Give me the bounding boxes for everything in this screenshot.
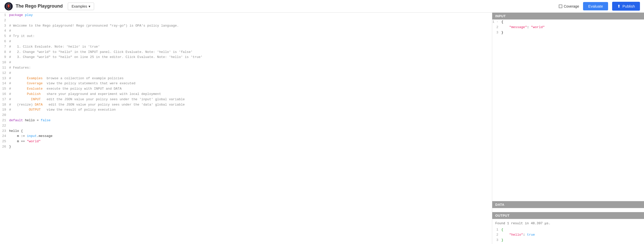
line-number: 10 [0,60,9,65]
panel-line-content: } [501,238,644,243]
data-section: DATA [492,201,644,212]
list-item: 1 { [492,227,644,233]
main-layout: 1 package play 2 3 # Welcome to the Rego… [0,13,644,244]
line-number: 24 [0,134,9,139]
line-content: # [9,39,492,44]
line-number: 23 [0,129,9,134]
input-section: INPUT 1 · { 2 "message": "world" 3 } [492,13,644,201]
line-number: 14 [0,81,9,86]
line-content [9,123,492,129]
panel-line-number: 3 [492,238,501,243]
table-row: 18 # (resize) DATA edit the JSON value y… [0,102,492,108]
table-row: 26 } [0,144,492,150]
table-row: 4 # [0,28,492,34]
list-item: 2 "hello": true [492,232,644,238]
line-number: 15 [0,86,9,92]
line-number: 9 [0,55,9,60]
table-row: 21 default hello = false [0,118,492,123]
table-row: 15 # Evaluate execute the policy with IN… [0,86,492,92]
table-row: 16 # Publish share your playground and e… [0,92,492,97]
panel-line-number: 1 [492,227,501,233]
table-row: 12 # [0,71,492,76]
data-header: DATA [492,201,644,208]
table-row: 7 # 1. Click Evaluate. Note: 'hello' is … [0,44,492,50]
line-number: 4 [0,28,9,34]
table-row: 10 # [0,60,492,65]
line-number: 21 [0,118,9,123]
line-number: 5 [0,34,9,39]
list-item: 2 "message": "world" [492,25,644,30]
code-editor[interactable]: 1 package play 2 3 # Welcome to the Rego… [0,13,492,244]
line-number: 3 [0,23,9,29]
line-content: hello { [9,129,492,134]
table-row: 20 [0,113,492,118]
table-row: 25 m == "world" [0,139,492,144]
logo-area: The Rego Playground [4,2,63,11]
panel-line-content: "hello": true [501,232,644,238]
table-row: 22 [0,123,492,129]
right-panel: INPUT 1 · { 2 "message": "world" 3 } DAT… [492,13,644,244]
input-content[interactable]: 1 · { 2 "message": "world" 3 } [492,19,644,201]
line-content: # Features: [9,65,492,71]
line-content [9,113,492,118]
table-row: 5 # Try it out: [0,34,492,39]
line-content: # Evaluate execute the policy with INPUT… [9,86,492,92]
publish-icon: ⬆ [617,4,620,9]
table-row: 13 # Examples browse a collection of exa… [0,76,492,81]
panel-line-content: "message": "world" [501,25,644,30]
data-content[interactable] [492,208,644,212]
logo-icon [4,2,13,11]
line-content: # Examples browse a collection of exampl… [9,76,492,81]
line-content: # 2. Change "world" to "hello" in the IN… [9,50,492,55]
evaluate-button[interactable]: Evaluate [583,2,608,10]
panel-line-content: { [501,227,644,233]
output-section: OUTPUT Found 1 result in 48.397 μs. 1 { … [492,212,644,244]
line-content: default hello = false [9,118,492,123]
line-content: # Coverage view the policy statements th… [9,81,492,86]
app-header: The Rego Playground Examples ▾ Coverage … [0,0,644,13]
coverage-label-text: Coverage [564,4,579,8]
line-content: # [9,71,492,76]
line-number: 25 [0,139,9,144]
output-timing: Found 1 result in 48.397 μs. [492,220,644,227]
line-content: # INPUT edit the JSON value your policy … [9,97,492,102]
line-number: 18 [0,102,9,108]
line-number: 8 [0,50,9,55]
line-content: # Try it out: [9,34,492,39]
line-number: 22 [0,123,9,129]
line-content: # 3. Change "world" to "hello" on line 2… [9,55,492,60]
coverage-toggle[interactable]: Coverage [559,4,579,8]
publish-label: Publish [622,4,635,8]
table-row: 24 m := input.message [0,134,492,139]
header-actions: Coverage Evaluate ⬆ Publish [559,2,640,11]
line-content: } [9,144,492,150]
chevron-down-icon: ▾ [89,4,90,8]
panel-line-number: 3 [492,30,501,35]
publish-button[interactable]: ⬆ Publish [612,2,640,11]
editor-panel[interactable]: 1 package play 2 3 # Welcome to the Rego… [0,13,492,244]
table-row: 6 # [0,39,492,44]
line-content: # [9,28,492,34]
table-row: 19 # OUTPUT view the result of policy ex… [0,107,492,113]
examples-button[interactable]: Examples ▾ [68,3,94,10]
line-number: 12 [0,71,9,76]
table-row: 11 # Features: [0,65,492,71]
app-title: The Rego Playground [16,4,63,9]
table-row: 1 package play [0,13,492,18]
output-content: Found 1 result in 48.397 μs. 1 { 2 "hell… [492,219,644,244]
line-content: # OUTPUT view the result of policy execu… [9,107,492,113]
line-number: 17 [0,97,9,102]
coverage-checkbox[interactable] [559,5,562,8]
list-item: 3 } [492,30,644,35]
table-row: 14 # Coverage view the policy statements… [0,81,492,86]
table-row: 9 # 3. Change "world" to "hello" on line… [0,55,492,60]
line-content: # Welcome to the Rego playground! Rego (… [9,23,492,29]
line-number: 20 [0,113,9,118]
line-number: 19 [0,107,9,113]
line-number: 6 [0,39,9,44]
table-row: 8 # 2. Change "world" to "hello" in the … [0,50,492,55]
line-number: 1 [0,13,9,18]
panel-line-content: } [501,30,644,35]
panel-line-number: 2 [492,232,501,238]
line-content: # (resize) DATA edit the JSON value your… [9,102,492,108]
